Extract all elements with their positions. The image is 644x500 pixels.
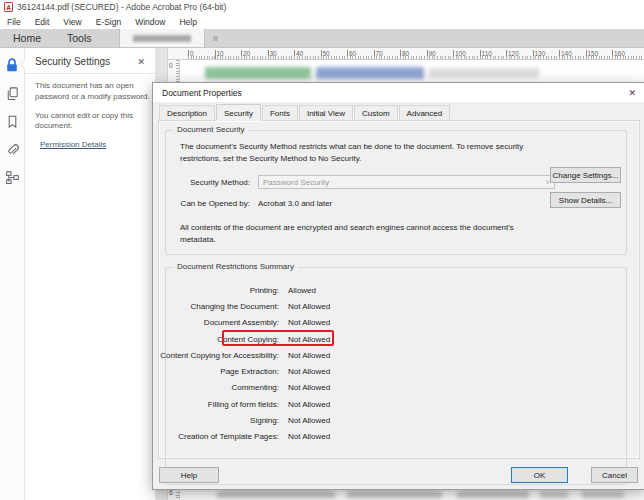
security-settings-tool[interactable] <box>0 54 24 76</box>
h-ruler-tick-90: 90 <box>427 50 436 59</box>
pages-icon <box>5 86 20 101</box>
h-ruler-tick-40: 40 <box>294 50 303 59</box>
h-ruler-tick-60: 60 <box>347 50 356 59</box>
restriction-row: Page Extraction:Not Allowed <box>153 363 330 379</box>
dialog-tab-strip: DescriptionSecurityFontsInitial ViewCust… <box>153 102 644 120</box>
security-method-label: Security Method: <box>166 178 250 187</box>
security-settings-panel: Security Settings ✕ This document has an… <box>25 48 155 500</box>
horizontal-ruler: 0102030405060708090100110120130140150160 <box>168 48 644 60</box>
group-legend: Document Restrictions Summary <box>173 262 298 271</box>
attachments-tool[interactable] <box>0 138 24 160</box>
permission-details-link[interactable]: Permission Details <box>40 140 106 151</box>
restriction-rows: Printing:AllowedChanging the Document:No… <box>153 282 330 445</box>
restriction-label: Content Copying for Accessibility: <box>153 351 279 360</box>
main-area: Security Settings ✕ This document has an… <box>0 48 644 500</box>
restriction-row: Document Assembly:Not Allowed <box>153 315 330 331</box>
opened-by-value: Acrobat 3.0 and later <box>258 199 332 208</box>
h-ruler-tick-80: 80 <box>400 50 409 59</box>
tab-document[interactable] <box>119 29 205 47</box>
h-ruler-tick-140: 140 <box>559 50 572 59</box>
restriction-row: Content Copying:Not Allowed <box>153 331 330 347</box>
dialog-tab-custom[interactable]: Custom <box>354 105 398 120</box>
security-method-dropdown[interactable]: Password Security ∨ <box>258 175 555 189</box>
h-ruler-tick-130: 130 <box>533 50 546 59</box>
restriction-value: Not Allowed <box>288 367 330 376</box>
dialog-tab-advanced[interactable]: Advanced <box>399 105 451 120</box>
menu-edit[interactable]: Edit <box>28 17 57 27</box>
restriction-label: Content Copying: <box>153 335 279 344</box>
blurred-bottom-text-3 <box>457 491 529 498</box>
document-security-group: Document Security The document's Securit… <box>165 130 627 255</box>
restriction-row: Signing:Not Allowed <box>153 412 330 428</box>
opened-by-label: Can be Opened by: <box>166 199 250 208</box>
dialog-title-bar[interactable]: Document Properties ✕ <box>153 83 644 102</box>
h-ruler-tick-30: 30 <box>268 50 277 59</box>
h-ruler-tick-50: 50 <box>321 50 330 59</box>
restriction-label: Creation of Template Pages: <box>153 432 279 441</box>
blurred-bottom-text-1 <box>217 491 335 498</box>
menu-view[interactable]: View <box>56 17 88 27</box>
dialog-tab-security[interactable]: Security <box>216 104 261 120</box>
restriction-value: Not Allowed <box>288 432 330 441</box>
security-tab-page: Document Security The document's Securit… <box>158 120 640 459</box>
panel-close-icon[interactable]: ✕ <box>137 57 145 67</box>
restriction-label: Changing the Document: <box>153 302 279 311</box>
layers-icon <box>5 170 20 185</box>
blurred-content-gray <box>429 68 539 78</box>
restriction-value: Not Allowed <box>288 400 330 409</box>
bookmark-icon <box>5 114 20 129</box>
v-ruler-tick-6: 6 <box>169 489 173 496</box>
acrobat-pdf-icon: A <box>4 2 13 12</box>
left-icon-strip <box>0 48 25 500</box>
restriction-label: Page Extraction: <box>153 367 279 376</box>
tab-close-icon[interactable] <box>213 36 218 41</box>
restriction-label: Filling of form fields: <box>153 400 279 409</box>
restriction-row: Commenting:Not Allowed <box>153 380 330 396</box>
app-tab-bar: Home Tools <box>0 29 644 48</box>
restriction-label: Printing: <box>153 286 279 295</box>
blurred-content-blue <box>316 67 424 79</box>
menu-help[interactable]: Help <box>172 17 203 27</box>
dialog-close-icon[interactable]: ✕ <box>628 88 636 98</box>
menu-file[interactable]: File <box>0 17 28 27</box>
page-thumbnails-tool[interactable] <box>0 82 24 104</box>
restriction-value: Not Allowed <box>288 416 330 425</box>
show-details-button[interactable]: Show Details... <box>550 192 621 208</box>
blurred-bottom-text-5 <box>582 491 624 498</box>
tab-home[interactable]: Home <box>0 29 54 47</box>
security-intro-text: The document's Security Method restricts… <box>180 141 525 165</box>
restriction-label: Commenting: <box>153 383 279 392</box>
dialog-tab-fonts[interactable]: Fonts <box>262 105 298 120</box>
restriction-label: Signing: <box>153 416 279 425</box>
restriction-row: Creation of Template Pages:Not Allowed <box>153 429 330 445</box>
group-legend: Document Security <box>173 125 249 134</box>
dialog-tab-description[interactable]: Description <box>159 105 215 120</box>
panel-paragraph-restriction: You cannot edit or copy this document. <box>35 111 157 133</box>
ok-button[interactable]: OK <box>511 467 568 483</box>
restriction-row: Changing the Document:Not Allowed <box>153 298 330 314</box>
document-tab-blurred-label <box>133 35 191 42</box>
restriction-value: Not Allowed <box>288 318 330 327</box>
h-ruler-tick-0: 0 <box>188 50 194 59</box>
restriction-row: Printing:Allowed <box>153 282 330 298</box>
panel-title: Security Settings <box>35 56 110 67</box>
lock-icon <box>4 57 20 73</box>
panel-paragraph-password: This document has an open password or a … <box>35 81 157 103</box>
menu-window[interactable]: Window <box>128 17 172 27</box>
restriction-label: Document Assembly: <box>153 318 279 327</box>
window-title-bar: A 36124144.pdf (SECURED) - Adobe Acrobat… <box>0 0 644 14</box>
dialog-title: Document Properties <box>162 88 242 98</box>
bookmarks-tool[interactable] <box>0 110 24 132</box>
h-ruler-tick-70: 70 <box>374 50 383 59</box>
menu-e-sign[interactable]: E-Sign <box>89 17 129 27</box>
blurred-bottom-text-4 <box>540 491 568 498</box>
restriction-row: Content Copying for Accessibility:Not Al… <box>153 347 330 363</box>
restriction-value: Not Allowed <box>288 351 330 360</box>
cancel-button[interactable]: Cancel <box>591 467 638 483</box>
h-ruler-tick-160: 160 <box>612 50 625 59</box>
tab-tools[interactable]: Tools <box>54 29 105 47</box>
dialog-tab-initial-view[interactable]: Initial View <box>299 105 353 120</box>
layers-tool[interactable] <box>0 166 24 188</box>
change-settings-button[interactable]: Change Settings... <box>550 167 621 183</box>
help-button[interactable]: Help <box>159 467 219 483</box>
